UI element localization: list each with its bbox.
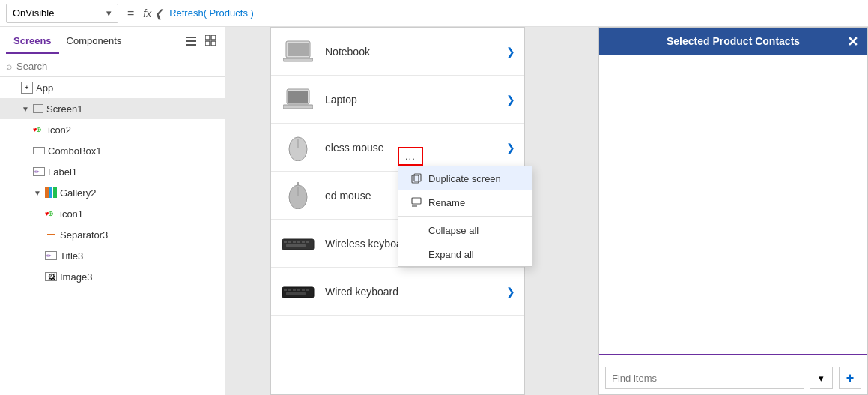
app-icon: + — [21, 82, 33, 94]
notebook-name: Notebook — [325, 46, 497, 58]
svg-rect-12 — [288, 91, 308, 103]
add-button[interactable]: + — [839, 367, 861, 389]
svg-rect-34 — [286, 292, 306, 295]
svg-rect-5 — [205, 41, 210, 46]
wireless-keyboard-icon — [280, 229, 316, 259]
gallery2-label: Gallery2 — [60, 187, 96, 199]
icon2-label: icon2 — [48, 124, 71, 136]
svg-rect-22 — [293, 241, 296, 243]
gallery-icon — [45, 187, 57, 198]
ellipsis-icon: ... — [405, 151, 416, 162]
tab-screens[interactable]: Screens — [6, 29, 59, 54]
grid-view-icon[interactable] — [204, 34, 219, 49]
chevron-down-icon: ▾ — [819, 373, 824, 384]
svg-rect-23 — [297, 241, 300, 243]
dropdown-label: OnVisible — [13, 7, 54, 19]
notebook-icon — [280, 37, 316, 67]
context-menu-rename[interactable]: Rename — [398, 190, 532, 214]
label1-label: Label1 — [48, 166, 77, 178]
main-layout: Screens Components ⌕ + App — [0, 27, 868, 395]
separator-icon — [45, 230, 57, 239]
svg-rect-32 — [302, 289, 305, 291]
search-bar: ⌕ — [0, 55, 225, 77]
laptop-icon — [280, 85, 316, 115]
plus-icon: + — [846, 370, 855, 386]
combobox-icon: ··· — [33, 147, 45, 154]
svg-rect-29 — [288, 289, 291, 291]
wireless-mouse-icon — [280, 133, 316, 163]
rename-icon — [410, 196, 422, 208]
list-view-icon[interactable] — [184, 34, 199, 49]
wired-keyboard-icon — [280, 277, 316, 307]
tree-item-combobox1[interactable]: ··· ComboBox1 — [0, 140, 225, 161]
screen1-label: Screen1 — [46, 103, 82, 115]
context-menu-overlay: ... Duplicate screen — [398, 147, 532, 267]
product-notebook[interactable]: Notebook ❯ — [271, 28, 524, 76]
screen-icon — [33, 104, 43, 113]
duplicate-icon — [410, 172, 422, 184]
chevron-down-icon: ▾ — [106, 7, 112, 19]
right-panel-title: Selected Product Contacts — [667, 35, 800, 47]
right-panel-footer: ▾ + — [599, 361, 867, 394]
formula-text: Refresh( Products ) — [169, 7, 254, 19]
sidebar-tabs: Screens Components — [0, 27, 225, 55]
image3-label: Image3 — [60, 271, 92, 283]
tree-items: + App ▼ Screen1 ♥⊕ icon2 ··· — [0, 77, 225, 395]
label-icon: ✏ — [33, 167, 45, 176]
context-menu-duplicate[interactable]: Duplicate screen — [398, 166, 532, 190]
image-icon: 🖼 — [45, 272, 57, 281]
equals-sign: = — [124, 7, 137, 20]
tree-item-title3[interactable]: ✏ Title3 — [0, 245, 225, 266]
tree-item-screen1[interactable]: ▼ Screen1 — [0, 98, 225, 119]
expand-arrow-gallery: ▼ — [33, 188, 42, 197]
right-panel: Selected Product Contacts ✕ ▾ + — [598, 27, 868, 395]
context-menu-collapse[interactable]: Collapse all — [398, 218, 532, 242]
tree-item-icon1[interactable]: ♥⊕ icon1 — [0, 203, 225, 224]
tree-item-image3[interactable]: 🖼 Image3 — [0, 266, 225, 287]
icon1-icon: ♥⊕ — [45, 210, 57, 217]
tab-components[interactable]: Components — [59, 29, 130, 54]
find-items-input[interactable] — [605, 367, 804, 389]
expand-arrow: ▼ — [21, 104, 30, 113]
svg-rect-0 — [186, 37, 196, 38]
wired-keyboard-chevron: ❯ — [506, 286, 515, 298]
separator3-label: Separator3 — [60, 229, 108, 241]
right-panel-body — [599, 55, 867, 355]
svg-rect-25 — [306, 241, 309, 243]
close-button[interactable]: ✕ — [847, 34, 858, 50]
tree-item-icon2[interactable]: ♥⊕ icon2 — [0, 119, 225, 140]
svg-rect-13 — [283, 105, 313, 109]
tree-item-app[interactable]: + App — [0, 77, 225, 98]
search-icon: ⌕ — [6, 60, 12, 72]
svg-rect-4 — [211, 35, 216, 40]
product-laptop[interactable]: Laptop ❯ — [271, 76, 524, 124]
top-bar: OnVisible ▾ = fx ❮ Refresh( Products ) — [0, 0, 868, 27]
svg-rect-30 — [293, 289, 296, 291]
context-menu-expand[interactable]: Expand all — [398, 242, 532, 266]
svg-rect-3 — [205, 35, 210, 40]
onvisible-dropdown[interactable]: OnVisible ▾ — [6, 4, 118, 23]
tree-item-gallery2[interactable]: ▼ Gallery2 — [0, 182, 225, 203]
tree-item-separator3[interactable]: Separator3 — [0, 224, 225, 245]
search-input[interactable] — [16, 61, 219, 72]
title-icon: ✏ — [45, 251, 57, 260]
svg-rect-21 — [288, 241, 291, 243]
context-menu-trigger[interactable]: ... — [398, 147, 423, 166]
product-wired-keyboard[interactable]: Wired keyboard ❯ — [271, 268, 524, 316]
tree-item-label1[interactable]: ✏ Label1 — [0, 161, 225, 182]
formula-bar: Refresh( Products ) — [169, 7, 254, 19]
svg-rect-2 — [186, 44, 196, 46]
svg-rect-24 — [302, 241, 305, 243]
content-area: Notebook ❯ Laptop ❯ — [225, 27, 868, 395]
sidebar: Screens Components ⌕ + App — [0, 27, 225, 395]
find-items-dropdown[interactable]: ▾ — [810, 367, 833, 389]
right-panel-header: Selected Product Contacts ✕ — [599, 28, 867, 55]
svg-rect-31 — [297, 289, 300, 291]
fx-icon: fx ❮ — [143, 7, 163, 19]
app-label: App — [36, 82, 53, 94]
combobox1-label: ComboBox1 — [48, 145, 102, 157]
expand-icon — [410, 248, 422, 260]
svg-rect-20 — [284, 241, 287, 243]
context-menu: Duplicate screen Rename Collapse all — [398, 166, 532, 267]
svg-rect-1 — [186, 40, 196, 42]
